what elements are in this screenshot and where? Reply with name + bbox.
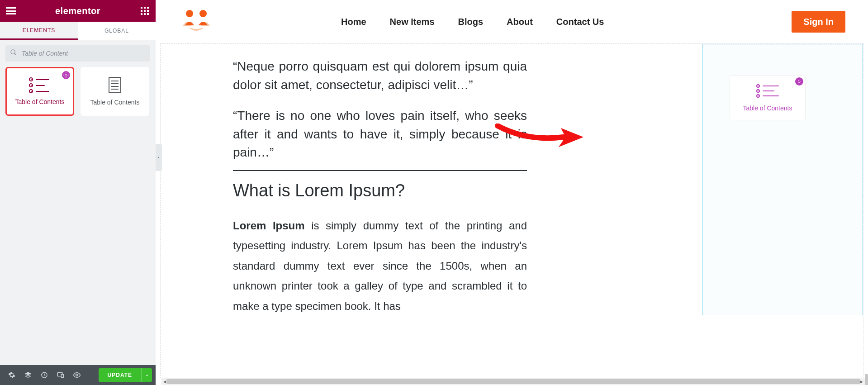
navigator-button[interactable] [20,365,36,385]
svg-point-10 [199,10,207,17]
panel-tabs: ELEMENTS GLOBAL [0,22,156,40]
update-button[interactable]: UPDATE [99,368,141,382]
section-dropzone[interactable]: Table of Contents [702,44,863,315]
toc-icon [29,77,51,93]
update-button-group: UPDATE [99,368,152,382]
vertical-scrollbar-stub[interactable] [865,374,868,385]
widget-search-input[interactable] [5,45,150,62]
svg-point-9 [186,10,193,17]
chevron-left-icon [157,155,161,160]
document-icon [109,77,121,93]
widget-card-label: Table of Contents [15,98,65,105]
apps-grid-button[interactable] [139,5,150,16]
widget-placeholder-toc[interactable]: Table of Contents [730,75,806,120]
update-options-button[interactable] [141,368,152,382]
widget-card-toc-basic[interactable]: Table of Contents [81,67,149,116]
editor-canvas[interactable]: “Neque porro quisquam est qui dolorem ip… [160,43,863,378]
history-button[interactable] [36,365,52,385]
widget-search-wrap [0,40,156,67]
responsive-button[interactable] [52,365,69,385]
collapse-sidebar-handle[interactable] [156,144,162,171]
widget-grid: Table of Contents Table of Contents [0,67,156,116]
devices-icon [57,371,64,379]
scroll-right-button[interactable]: ► [858,378,865,385]
nav-blogs[interactable]: Blogs [458,17,484,27]
nav-new-items[interactable]: New Items [390,17,435,27]
svg-point-8 [76,374,78,376]
site-nav: Home New Items Blogs About Contact Us [341,17,604,27]
svg-point-4 [65,74,66,75]
preview-canvas: Home New Items Blogs About Contact Us Si… [156,0,868,378]
heading: What is Lorem Ipsum? [233,181,527,200]
horizontal-rule [233,170,527,171]
sidebar-footer: UPDATE [0,365,156,385]
eye-icon [73,371,81,379]
scrollbar-thumb[interactable] [166,379,860,384]
body-paragraph: Lorem Ipsum is simply dummy text of the … [233,216,527,316]
nav-contact[interactable]: Contact Us [556,17,604,27]
content-column: “Neque porro quisquam est qui dolorem ip… [233,57,527,316]
tab-elements[interactable]: ELEMENTS [0,22,78,40]
history-icon [41,371,48,379]
addon-badge-icon [62,71,70,79]
elementor-logo: elementor [55,6,100,16]
gear-icon [8,371,15,379]
site-header: Home New Items Blogs About Contact Us Si… [156,0,868,43]
search-icon [10,49,17,58]
site-logo[interactable] [178,8,214,35]
svg-rect-7 [61,375,63,378]
hamburger-icon [6,7,16,14]
apps-grid-icon [141,7,149,15]
signin-button[interactable]: Sign In [792,11,845,33]
svg-point-5 [66,74,67,75]
nav-home[interactable]: Home [341,17,366,27]
widget-placeholder-label: Table of Contents [743,105,792,112]
svg-point-3 [64,73,69,78]
svg-point-12 [798,81,799,81]
menu-button[interactable] [5,5,16,16]
quote-text: “There is no one who loves pain itself, … [233,107,527,162]
svg-point-11 [797,79,802,84]
stack-icon [24,371,32,379]
widget-card-toc-addon[interactable]: Table of Contents [5,67,74,116]
tab-global[interactable]: GLOBAL [78,22,156,40]
quote-text: “Neque porro quisquam est qui dolorem ip… [233,57,527,94]
toc-icon [756,84,779,99]
sidebar-header: elementor [0,0,156,22]
preview-button[interactable] [69,365,85,385]
logo-icon [178,8,214,35]
svg-line-1 [14,53,16,55]
elementor-sidebar: elementor ELEMENTS GLOBAL Table of Cont [0,0,156,385]
svg-point-0 [11,50,15,54]
addon-badge-icon [795,77,803,86]
horizontal-scrollbar[interactable]: ◄ ► [161,378,865,385]
nav-about[interactable]: About [507,17,533,27]
widget-card-label: Table of Contents [90,99,140,106]
caret-up-icon [145,373,149,377]
settings-button[interactable] [4,365,20,385]
svg-point-13 [800,81,800,81]
